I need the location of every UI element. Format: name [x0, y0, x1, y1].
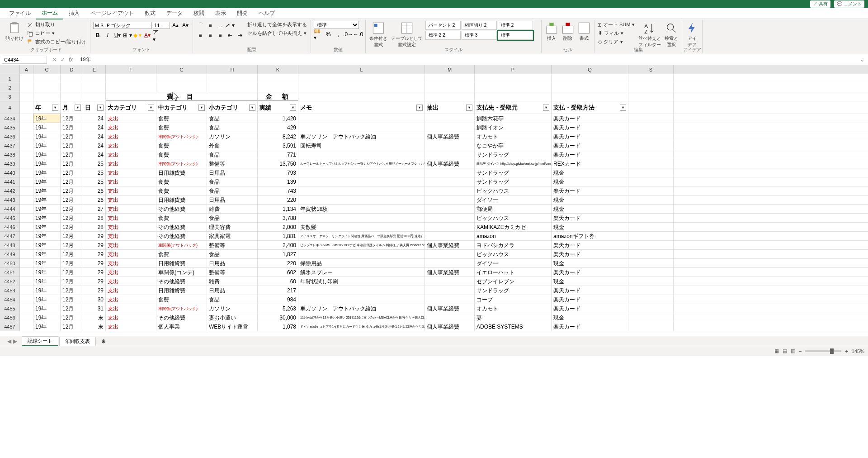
cell[interactable] — [20, 196, 33, 204]
cell[interactable]: 日用品 — [207, 168, 258, 177]
filter-button[interactable]: ▾ — [148, 105, 154, 111]
zoom-level[interactable]: 145% — [852, 348, 864, 354]
align-top-button[interactable]: ⎴ — [196, 21, 205, 30]
cell[interactable]: 12月 — [61, 205, 83, 213]
filter-button[interactable]: ▾ — [198, 105, 205, 111]
style-item[interactable]: 標準 3 — [462, 31, 497, 40]
col-header-K[interactable]: K — [258, 65, 298, 74]
tab-insert[interactable]: 挿入 — [63, 8, 85, 19]
cell[interactable]: 27 — [83, 205, 106, 213]
col-header-M[interactable]: M — [425, 65, 475, 74]
cell[interactable] — [61, 83, 83, 92]
cell[interactable]: 12月 — [61, 295, 83, 304]
cell[interactable]: サンドラッグ — [475, 168, 552, 177]
cell[interactable]: ビックハウス — [475, 186, 552, 195]
cell[interactable]: イエローハット — [475, 268, 552, 277]
row-header[interactable]: 4450 — [0, 259, 19, 268]
cell[interactable]: 19年 — [33, 250, 61, 258]
cell[interactable]: 26 — [83, 196, 106, 204]
cell[interactable]: 19年 — [33, 313, 61, 322]
cell[interactable]: 19年 — [33, 259, 61, 267]
tab-formulas[interactable]: 数式 — [139, 8, 161, 19]
filter-button[interactable]: ▾ — [249, 105, 255, 111]
cell[interactable]: 整備等 — [207, 241, 258, 249]
cell[interactable]: 食費 — [156, 250, 207, 258]
cell[interactable]: 現金 — [552, 168, 628, 177]
increase-font-button[interactable]: A▴ — [171, 21, 180, 30]
cell[interactable]: オカモト — [475, 132, 552, 141]
cell[interactable]: 25 — [83, 168, 106, 177]
cell[interactable] — [628, 241, 674, 249]
cell[interactable]: 13,750 — [258, 159, 298, 168]
row-header[interactable]: 4442 — [0, 186, 19, 196]
cell[interactable]: 220 — [258, 259, 298, 267]
cell[interactable] — [628, 250, 674, 258]
cell[interactable]: 支出 — [106, 286, 156, 295]
cell[interactable]: 支出 — [106, 123, 156, 132]
cell[interactable]: 個人事業経費 — [425, 322, 475, 331]
cell[interactable] — [628, 286, 674, 295]
view-pagebreak-button[interactable]: ▥ — [791, 348, 795, 354]
cell[interactable]: 個人事業 — [156, 322, 207, 331]
cell[interactable]: 食品 — [207, 295, 258, 304]
merge-center-button[interactable]: セルを結合して中央揃え ▾ — [246, 29, 308, 37]
column-header-cell[interactable] — [20, 101, 33, 114]
cell[interactable]: 食費 — [156, 214, 207, 222]
row-header[interactable]: 4 — [0, 101, 19, 114]
cell[interactable]: 24 — [83, 132, 106, 141]
row-header[interactable]: 4453 — [0, 286, 19, 295]
cell[interactable] — [298, 114, 425, 123]
cell[interactable] — [83, 74, 106, 83]
share-button[interactable]: ↗ 共有 — [810, 0, 830, 8]
cell[interactable]: 1,134 — [258, 205, 298, 213]
filter-button[interactable]: ▾ — [466, 105, 472, 111]
cell[interactable]: 現金 — [552, 205, 628, 213]
cell[interactable]: 楽天カード — [552, 322, 628, 331]
cell[interactable]: 28 — [83, 214, 106, 222]
cell[interactable] — [20, 268, 33, 277]
cell[interactable]: 12月 — [61, 168, 83, 177]
align-right-button[interactable]: ≡ — [216, 31, 225, 40]
cell[interactable] — [33, 83, 61, 92]
cell[interactable]: 支出 — [106, 141, 156, 150]
sheet-tab[interactable]: 記録シート — [22, 336, 58, 346]
cell[interactable] — [20, 83, 33, 92]
cell[interactable] — [425, 277, 475, 286]
cell[interactable]: その他経費 — [156, 232, 207, 240]
cell[interactable]: サンドラッグ — [475, 150, 552, 159]
row-header[interactable]: 4448 — [0, 241, 19, 250]
cell[interactable]: 1,420 — [258, 114, 298, 123]
row-header[interactable]: 4452 — [0, 277, 19, 286]
column-header-cell[interactable]: 年▾ — [33, 101, 61, 114]
cell[interactable]: 妻お小遣い — [207, 313, 258, 322]
cell[interactable]: 19年 — [33, 159, 61, 168]
cell[interactable]: 支出 — [106, 177, 156, 186]
conditional-format-button[interactable]: 条件付き 書式 — [368, 21, 388, 49]
cell[interactable]: 日用雑貨費 — [156, 196, 207, 204]
cell[interactable]: サンドラッグ — [475, 177, 552, 186]
cell[interactable]: 釧路イオン — [475, 123, 552, 132]
cell[interactable] — [628, 223, 674, 231]
column-header-cell[interactable]: 実績▾ — [258, 101, 298, 114]
style-item[interactable]: 標準 2 2 — [425, 31, 461, 40]
cell[interactable]: 12月 — [61, 159, 83, 168]
name-box[interactable] — [2, 56, 47, 64]
cell[interactable]: 楽天カード — [552, 123, 628, 132]
cell[interactable]: 食費 — [156, 114, 207, 123]
cell[interactable] — [20, 74, 33, 83]
row-header[interactable]: 4454 — [0, 295, 19, 304]
cell[interactable]: 個人事業経費 — [425, 304, 475, 313]
row-header[interactable]: 4441 — [0, 177, 19, 186]
cell[interactable]: 楽天カード — [552, 186, 628, 195]
cell[interactable]: ドビカadobe コトプラン(要月にカード引し振 タカコ分(1月 利用分は2月に… — [298, 322, 425, 331]
cell[interactable] — [298, 83, 425, 92]
cell[interactable]: なごやか亭 — [475, 141, 552, 150]
cell[interactable] — [425, 259, 475, 267]
sheet-tab[interactable]: 年間収支表 — [59, 337, 96, 346]
cell[interactable]: 12月 — [61, 322, 83, 331]
cell[interactable]: 24 — [83, 141, 106, 150]
col-header-P[interactable]: P — [475, 65, 552, 74]
cell[interactable]: 5,263 — [258, 304, 298, 313]
cell[interactable]: ビックハウス — [475, 250, 552, 258]
autosum-button[interactable]: Σ オート SUM ▾ — [597, 21, 636, 29]
